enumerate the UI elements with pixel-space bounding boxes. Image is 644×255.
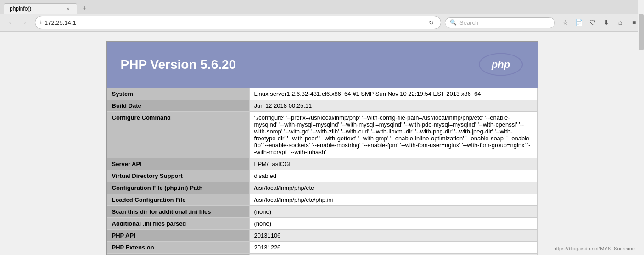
search-icon: 🔍 xyxy=(450,19,457,26)
tab-title: phpinfo() xyxy=(10,6,62,12)
php-header: PHP Version 5.6.20 php xyxy=(107,42,538,88)
table-row: Virtual Directory Supportdisabled xyxy=(107,170,537,182)
table-row: Scan this dir for additional .ini files(… xyxy=(107,206,537,218)
search-placeholder: Search xyxy=(459,19,478,26)
download-icon[interactable]: ⬇ xyxy=(600,16,613,29)
table-row: Build DateJun 12 2018 00:25:11 xyxy=(107,100,537,112)
search-bar[interactable]: 🔍 Search xyxy=(445,17,555,28)
row-value: FPM/FastCGI xyxy=(249,158,537,170)
table-row: Loaded Configuration File/usr/local/lnmp… xyxy=(107,194,537,206)
svg-text:php: php xyxy=(491,59,510,70)
toolbar-icons: ☆ 📄 🛡 ⬇ ⌂ ≡ xyxy=(559,16,640,29)
forward-icon: › xyxy=(24,19,26,26)
row-value: /usr/local/lnmp/php/etc/php.ini xyxy=(249,194,537,206)
row-label: Loaded Configuration File xyxy=(107,194,249,206)
address-text: 172.25.14.1 xyxy=(45,19,423,26)
tab-close-button[interactable]: × xyxy=(65,6,71,12)
table-row: Configure Command'./configure' '--prefix… xyxy=(107,112,537,158)
table-row: Zend Extension220131226 xyxy=(107,254,537,255)
back-icon: ‹ xyxy=(9,19,11,26)
new-tab-button[interactable]: + xyxy=(79,3,90,14)
row-value: disabled xyxy=(249,170,537,182)
row-label: Build Date xyxy=(107,100,249,112)
table-row: PHP API20131106 xyxy=(107,230,537,242)
row-value: /usr/local/lnmp/php/etc xyxy=(249,182,537,194)
php-info-container: PHP Version 5.6.20 php SystemLinux serve… xyxy=(106,41,538,255)
row-value: (none) xyxy=(249,218,537,230)
table-row: Configuration File (php.ini) Path/usr/lo… xyxy=(107,182,537,194)
row-label: Additional .ini files parsed xyxy=(107,218,249,230)
page-content: PHP Version 5.6.20 php SystemLinux serve… xyxy=(0,32,644,255)
php-version-title: PHP Version 5.6.20 xyxy=(121,57,236,72)
row-label: Scan this dir for additional .ini files xyxy=(107,206,249,218)
table-row: Additional .ini files parsed(none) xyxy=(107,218,537,230)
forward-button[interactable]: › xyxy=(18,16,31,29)
row-label: Configuration File (php.ini) Path xyxy=(107,182,249,194)
table-row: Server APIFPM/FastCGI xyxy=(107,158,537,170)
home-icon[interactable]: ⌂ xyxy=(614,16,627,29)
scrollbar-thumb[interactable] xyxy=(639,14,644,50)
row-label: Server API xyxy=(107,158,249,170)
row-value: Linux server1 2.6.32-431.el6.x86_64 #1 S… xyxy=(249,88,537,100)
php-info-table: SystemLinux server1 2.6.32-431.el6.x86_6… xyxy=(107,88,538,255)
tab-bar: phpinfo() × + xyxy=(0,0,644,14)
nav-bar: ‹ › ℹ 172.25.14.1 ↻ 🔍 Search ☆ 📄 🛡 ⬇ ⌂ ≡ xyxy=(0,14,644,32)
browser-chrome: phpinfo() × + ‹ › ℹ 172.25.14.1 ↻ 🔍 Sear… xyxy=(0,0,644,32)
row-label: PHP API xyxy=(107,230,249,242)
address-bar[interactable]: ℹ 172.25.14.1 ↻ xyxy=(35,16,441,29)
php-logo: php xyxy=(478,51,524,78)
row-label: PHP Extension xyxy=(107,242,249,254)
reload-button[interactable]: ↻ xyxy=(426,17,436,28)
info-icon: ℹ xyxy=(40,20,42,26)
row-label: Configure Command xyxy=(107,112,249,158)
back-button[interactable]: ‹ xyxy=(4,16,17,29)
row-value: 220131226 xyxy=(249,254,537,255)
watermark: https://blog.csdn.net/MYS_Sunshine xyxy=(554,246,635,251)
reader-icon[interactable]: 📄 xyxy=(572,16,585,29)
bookmark-icon[interactable]: ☆ xyxy=(559,16,571,29)
row-value: 20131106 xyxy=(249,230,537,242)
shield-icon[interactable]: 🛡 xyxy=(586,16,599,29)
active-tab[interactable]: phpinfo() × xyxy=(4,3,77,14)
scrollbar[interactable] xyxy=(638,0,644,255)
row-label: Virtual Directory Support xyxy=(107,170,249,182)
table-row: SystemLinux server1 2.6.32-431.el6.x86_6… xyxy=(107,88,537,100)
row-value: Jun 12 2018 00:25:11 xyxy=(249,100,537,112)
table-row: PHP Extension20131226 xyxy=(107,242,537,254)
row-label: Zend Extension xyxy=(107,254,249,255)
row-value: './configure' '--prefix=/usr/local/lnmp/… xyxy=(249,112,537,158)
row-value: 20131226 xyxy=(249,242,537,254)
row-value: (none) xyxy=(249,206,537,218)
row-label: System xyxy=(107,88,249,100)
